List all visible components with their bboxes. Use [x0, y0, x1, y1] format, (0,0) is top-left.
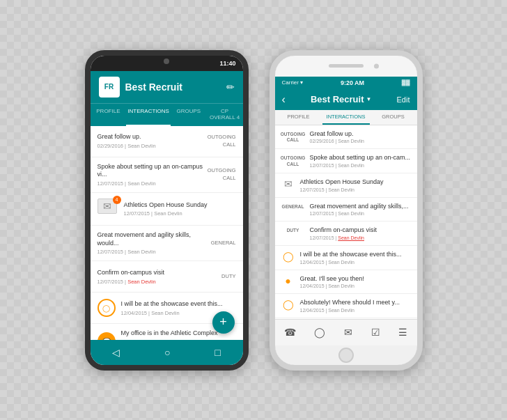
android-time: 11:40	[219, 60, 235, 67]
mail-envelope-icon: ✉	[284, 178, 292, 189]
iphone-app-title: Best Recruit ▼	[311, 94, 372, 104]
item-badge: OUTGOINGCALL	[208, 134, 236, 148]
item-body: Absolutely! Where should I meet y... 12/…	[300, 299, 412, 313]
iphone-tab-interactions[interactable]: INTERACTIONS	[322, 110, 370, 125]
red-author: Sean Devlin	[338, 235, 364, 240]
menu-icon[interactable]: ☰	[398, 327, 407, 338]
chat-outline-icon: ◯	[281, 251, 296, 262]
iphone-app-header: ‹ Best Recruit ▼ Edit	[275, 89, 417, 110]
item-title: Great follow up.	[98, 133, 208, 141]
iphone-speaker	[329, 64, 364, 68]
item-subtitle: 12/07/2015 | Sean Devlin	[310, 163, 412, 168]
item-title: Absolutely! Where should I meet y...	[300, 299, 412, 307]
item-content: Athletics Open House Sunday 12/07/2015 |…	[124, 201, 236, 217]
iphone-battery: ▓▓	[402, 79, 410, 86]
tab-cp-overall[interactable]: CP OVERALL 4	[207, 104, 243, 126]
list-item[interactable]: ✉ Athletics Open House Sunday 12/07/2015…	[275, 173, 417, 198]
mail-bottom-icon[interactable]: ✉	[344, 327, 352, 338]
chat-outline-icon	[98, 299, 116, 317]
item-body: Athletics Open House Sunday 12/07/2015 |…	[300, 178, 412, 192]
android-camera	[164, 59, 169, 64]
item-content: Great movement and agility skills, would…	[98, 231, 211, 255]
item-badge: GENERAL	[211, 240, 236, 247]
list-item[interactable]: GENERAL Great movement and agility skill…	[275, 198, 417, 222]
list-item[interactable]: OUTGOINGCALL Great follow up. 02/29/2016…	[275, 125, 417, 150]
list-item[interactable]: 4 Athletics Open House Sunday 12/07/2015…	[91, 193, 243, 226]
item-title: Great movement and agility skills, would…	[98, 231, 211, 247]
item-title: Confirm on-campus visit	[98, 269, 222, 277]
item-subtitle: 12/07/2015 | Sean Devlin	[98, 279, 222, 285]
iphone-back-button[interactable]: ‹	[282, 93, 286, 106]
app-logo: FR	[99, 77, 120, 98]
item-title: Great follow up.	[310, 130, 412, 139]
fab-add-button[interactable]: +	[212, 311, 235, 334]
item-subtitle: 12/04/2015 | Sean Devlin	[300, 308, 412, 313]
iphone-time: 9:20 AM	[341, 79, 364, 86]
mail-icon-wrap: 4	[98, 199, 118, 219]
message-icon[interactable]: ◯	[314, 327, 325, 338]
tab-groups[interactable]: GROUPS	[171, 104, 207, 126]
checklist-icon[interactable]: ☑	[371, 327, 380, 338]
list-item[interactable]: OUTGOINGCALL Spoke about setting up an o…	[275, 149, 417, 173]
recents-button[interactable]: □	[214, 347, 220, 358]
list-item[interactable]: Confirm on-campus visit 12/07/2015 | Sea…	[91, 261, 243, 293]
list-item[interactable]: ◯ Absolutely! Where should I meet y... 1…	[275, 294, 417, 318]
list-item[interactable]: DUTY Confirm on-campus visit 12/07/2015 …	[275, 221, 417, 246]
iphone-home-button[interactable]	[338, 348, 354, 363]
iphone-tab-profile[interactable]: PROFILE	[275, 110, 322, 125]
list-item[interactable]: ● Great. I'll see you then! 12/04/2015 |…	[275, 270, 417, 295]
iphone: Carrier ▾ 9:20 AM ▓▓ ‹ Best Recruit ▼ Ed…	[270, 50, 423, 371]
item-badge: OUTGOINGCALL	[208, 167, 236, 182]
badge-count: 4	[113, 196, 121, 204]
item-subtitle: 12/07/2015 | Sean Devlin	[300, 187, 412, 192]
item-body: Great movement and agility skills,... 12…	[310, 203, 412, 217]
home-button[interactable]: ○	[164, 347, 170, 358]
item-title: Spoke about setting up an on-cam...	[310, 154, 412, 162]
phone-icon[interactable]: ☎	[284, 327, 296, 338]
item-title: I will be at the showcase event this...	[121, 300, 236, 309]
iphone-camera	[374, 63, 379, 68]
item-title: Confirm on-campus visit	[310, 226, 412, 235]
item-body: Great. I'll see you then! 12/04/2015 | S…	[300, 275, 412, 289]
item-subtitle: 02/29/2016 | Sean Devlin	[310, 139, 412, 143]
item-subtitle: 12/07/2015 | Sean Devlin	[310, 235, 412, 240]
iphone-edit-button[interactable]: Edit	[397, 95, 410, 104]
list-item[interactable]: Great follow up. 02/29/2016 | Sean Devli…	[91, 126, 243, 157]
item-body: Great follow up. 02/29/2016 | Sean Devli…	[310, 130, 412, 144]
iphone-status-bar: Carrier ▾ 9:20 AM ▓▓	[275, 77, 417, 89]
item-type: OUTGOINGCALL	[281, 130, 306, 143]
item-type: GENERAL	[281, 203, 306, 210]
item-title: I will be at the showcase event this...	[300, 251, 412, 259]
tab-interactions[interactable]: INTERACTIONS	[126, 104, 171, 126]
item-title: Great movement and agility skills,...	[310, 203, 412, 211]
item-body: Spoke about setting up an on-cam... 12/0…	[310, 154, 412, 168]
iphone-bottom-bar: ☎ ◯ ✉ ☑ ☰	[275, 319, 417, 345]
android-header-left: FR Best Recruit	[99, 77, 182, 98]
chat-bubble-filled-icon: ●	[285, 275, 290, 286]
edit-icon[interactable]: ✏	[226, 81, 235, 93]
tab-profile[interactable]: PROFILE	[91, 104, 127, 126]
item-title: Athletics Open House Sunday	[300, 178, 412, 187]
list-item[interactable]: ◯ I will be at the showcase event this..…	[275, 246, 417, 270]
item-subtitle: 12/07/2015 | Sean Devlin	[98, 180, 208, 187]
iphone-nav-tabs: PROFILE INTERACTIONS GROUPS	[275, 110, 417, 125]
item-title: Great. I'll see you then!	[300, 275, 412, 283]
item-content: Great follow up. 02/29/2016 | Sean Devli…	[98, 133, 208, 149]
back-button[interactable]: ◁	[112, 347, 120, 358]
list-item[interactable]: Great movement and agility skills, would…	[91, 226, 243, 261]
item-title: Athletics Open House Sunday	[124, 201, 236, 210]
android-nav-tabs: PROFILE INTERACTIONS GROUPS CP OVERALL 4	[91, 103, 243, 126]
item-subtitle: 12/07/2015 | Sean Devlin	[310, 211, 412, 216]
android-nav-bar: ◁ ○ □	[91, 340, 243, 365]
mail-icon: ✉	[281, 178, 296, 189]
list-item[interactable]: Spoke about setting up an on-campus vi..…	[91, 157, 243, 193]
item-body: I will be at the showcase event this... …	[300, 251, 412, 265]
item-subtitle: 12/04/2015 | Sean Devlin	[300, 260, 412, 265]
item-subtitle: 02/29/2016 | Sean Devlin	[98, 143, 208, 149]
iphone-tab-groups[interactable]: GROUPS	[370, 110, 417, 125]
item-content: Confirm on-campus visit 12/07/2015 | Sea…	[98, 269, 222, 285]
chat-bubble-outline-2-icon: ◯	[283, 299, 294, 310]
item-subtitle: 12/07/2015 | Sean Devlin	[124, 210, 236, 217]
iphone-home-area	[275, 345, 417, 365]
item-title: Spoke about setting up an on-campus vi..…	[98, 163, 208, 179]
